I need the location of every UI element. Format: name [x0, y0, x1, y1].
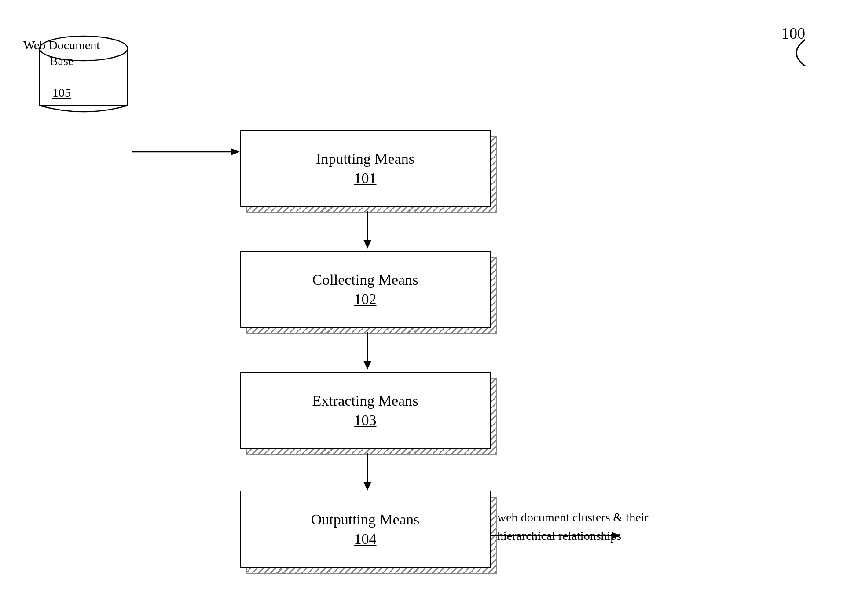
svg-marker-9 — [363, 482, 371, 491]
box2-id: 102 — [354, 291, 377, 308]
box4-title: Outputting Means — [311, 511, 419, 528]
box3-id: 103 — [354, 412, 377, 429]
box2-main: Collecting Means 102 — [240, 251, 491, 328]
box4-main: Outputting Means 104 — [240, 491, 491, 568]
figure-brace-icon — [779, 35, 814, 70]
database-id: 105 — [18, 86, 106, 100]
db-to-box1-arrow — [132, 145, 240, 158]
box3-title: Extracting Means — [312, 392, 418, 409]
database-label: Web Document Base — [18, 37, 106, 70]
arrow-box2-to-box3 — [361, 332, 374, 370]
output-arrow — [491, 529, 623, 542]
svg-marker-7 — [363, 361, 371, 370]
box1-main: Inputting Means 101 — [240, 130, 491, 207]
box3-main: Extracting Means 103 — [240, 372, 491, 449]
arrow-box3-to-box4 — [361, 453, 374, 491]
box4-id: 104 — [354, 531, 377, 547]
box2-title: Collecting Means — [312, 271, 418, 288]
arrow-box1-to-box2 — [361, 211, 374, 249]
svg-marker-11 — [612, 532, 620, 539]
box1-title: Inputting Means — [316, 150, 414, 167]
diagram: 100 Web Document Base 105 Inputting Mean… — [0, 0, 858, 616]
box1-id: 101 — [354, 170, 377, 187]
svg-marker-5 — [363, 240, 371, 249]
svg-marker-3 — [231, 148, 240, 155]
